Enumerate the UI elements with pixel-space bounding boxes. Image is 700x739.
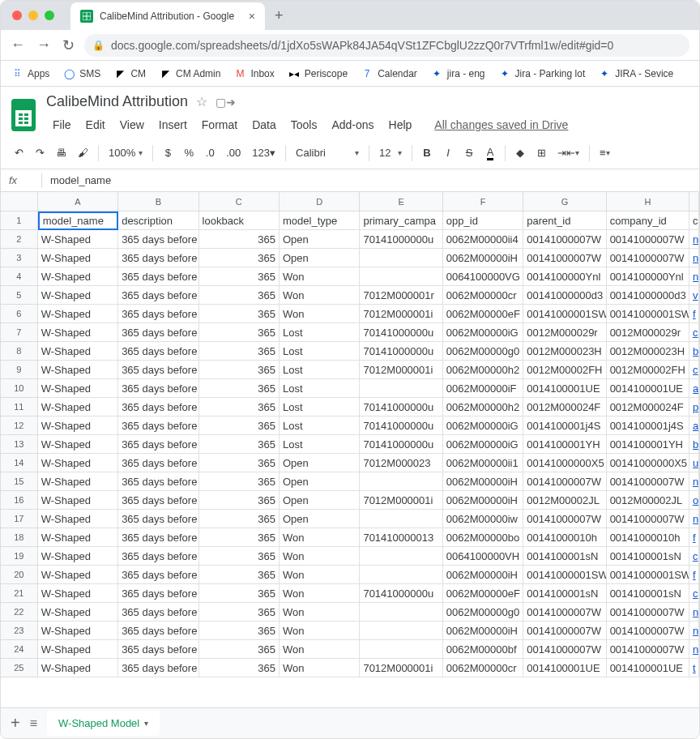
cell[interactable]: W-Shaped [38,603,118,622]
cell[interactable]: 00141000001SW [523,566,606,584]
row-header[interactable]: 6 [1,305,38,323]
cell[interactable]: W-Shaped [38,230,118,249]
cell[interactable]: 365 days before [118,323,198,342]
more-formats-button[interactable]: 123▾ [247,143,280,162]
cell[interactable] [360,267,442,286]
cell[interactable]: 365 [199,454,280,472]
cell[interactable]: 365 [199,640,280,659]
strikethrough-button[interactable]: S [459,143,479,162]
cell[interactable]: Open [280,510,360,528]
minimize-window-button[interactable] [28,11,38,20]
cell[interactable]: 0012M000024F [607,398,689,416]
cell[interactable]: W-Shaped [38,323,118,342]
cell[interactable]: 00141000010h [607,528,689,547]
row-header[interactable]: 2 [1,230,38,249]
cell[interactable]: 365 [199,286,280,305]
cell[interactable]: model_type [280,211,360,230]
cell[interactable]: Won [280,286,360,305]
all-sheets-button[interactable]: ≡ [30,716,37,731]
tab-close-icon[interactable]: × [249,10,255,23]
cell[interactable]: 0012M000029r [607,323,689,342]
cell[interactable]: 0062M00000iH [443,566,523,584]
cell[interactable]: v [689,286,699,305]
column-header[interactable]: C [199,192,280,211]
cell[interactable]: 0012M00002FH [607,361,689,379]
cell[interactable]: 365 days before [118,547,198,566]
cell[interactable]: 0062M00000h2 [443,398,523,416]
cell[interactable]: 70141000000u [360,230,442,249]
cell[interactable]: 365 days before [118,286,198,305]
cell[interactable]: 365 [199,547,280,566]
cell[interactable]: Open [280,454,360,472]
print-button[interactable]: 🖶 [51,143,71,162]
cell[interactable]: 0062M00000eF [443,584,523,603]
cell[interactable]: Lost [280,342,360,361]
menu-edit[interactable]: Edit [79,115,112,135]
menu-file[interactable]: File [46,115,78,135]
menu-view[interactable]: View [113,115,151,135]
column-header[interactable]: A [38,192,118,211]
cell[interactable]: description [118,211,198,230]
cell[interactable]: 7012M000001i [360,491,442,510]
column-header[interactable]: E [360,192,442,211]
cell[interactable] [360,379,442,398]
cell[interactable]: W-Shaped [38,342,118,361]
cell[interactable]: 0012M000024F [523,398,606,416]
menu-help[interactable]: Help [382,115,419,135]
bookmark-item[interactable]: ✦Jira - Parking lot [498,67,586,80]
column-header[interactable]: G [523,192,606,211]
cell[interactable]: Open [280,230,360,249]
cell[interactable]: 365 days before [118,454,198,472]
cell[interactable]: 00141000007W [523,640,606,659]
cell[interactable]: W-Shaped [38,472,118,491]
select-all-corner[interactable] [1,192,38,211]
cell[interactable]: W-Shaped [38,305,118,323]
cell[interactable]: 0062M00000iF [443,379,523,398]
cell[interactable]: 0062M00000iG [443,323,523,342]
cell[interactable]: 0012M000023H [607,342,689,361]
cell[interactable]: 0014100000Ynl [607,267,689,286]
currency-button[interactable]: $ [158,143,177,162]
row-header[interactable]: 15 [1,472,38,491]
cell[interactable]: W-Shaped [38,286,118,305]
cell[interactable]: f [689,305,699,323]
cell[interactable]: Won [280,640,360,659]
cell[interactable]: W-Shaped [38,416,118,435]
cell[interactable]: 00141000001SW [607,305,689,323]
row-header[interactable]: 20 [1,566,38,584]
cell[interactable]: a [689,379,699,398]
cell[interactable]: c [689,361,699,379]
cell[interactable]: 365 days before [118,510,198,528]
cell[interactable]: 365 days before [118,659,198,677]
cell[interactable]: 00141000000X5 [523,454,606,472]
cell[interactable] [360,510,442,528]
cell[interactable]: 365 days before [118,472,198,491]
cell[interactable]: f [689,528,699,547]
cell[interactable]: 0062M00000iH [443,491,523,510]
cell[interactable]: 70141000000u [360,435,442,454]
decrease-decimal-button[interactable]: .0 [200,143,220,162]
cell[interactable]: 701410000013 [360,528,442,547]
cell[interactable]: 365 [199,230,280,249]
cell[interactable]: 365 days before [118,379,198,398]
cell[interactable]: 365 days before [118,491,198,510]
row-header[interactable]: 22 [1,603,38,622]
cell[interactable]: 365 [199,603,280,622]
cell[interactable]: W-Shaped [38,528,118,547]
bookmark-item[interactable]: ◯SMS [62,67,100,80]
column-header[interactable]: F [443,192,523,211]
row-header[interactable]: 10 [1,379,38,398]
cell[interactable]: n [689,603,699,622]
row-header[interactable]: 23 [1,622,38,640]
cell[interactable]: W-Shaped [38,361,118,379]
cell[interactable]: W-Shaped [38,640,118,659]
undo-button[interactable]: ↶ [9,143,28,162]
cell[interactable]: Open [280,491,360,510]
cell[interactable]: 0014100001sN [607,584,689,603]
cell[interactable]: primary_campa [360,211,442,230]
row-header[interactable]: 24 [1,640,38,659]
cell[interactable]: 0062M00000ii4 [443,230,523,249]
cell[interactable]: 365 [199,491,280,510]
cell[interactable]: lookback [199,211,280,230]
cell[interactable]: 00141000000d3 [523,286,606,305]
